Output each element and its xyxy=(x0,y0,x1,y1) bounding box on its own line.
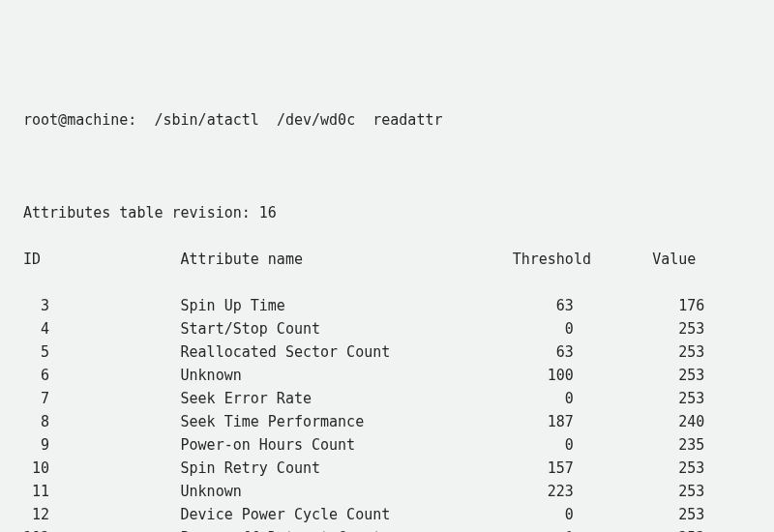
attr-id: 5 xyxy=(23,340,49,364)
table-row: 4Start/Stop Count0253 xyxy=(23,317,751,340)
header-value: Value xyxy=(652,248,696,271)
attr-value: 253 xyxy=(661,457,704,480)
shell-prompt: root@machine: xyxy=(23,111,136,129)
attr-value: 235 xyxy=(661,433,704,457)
attr-id: 10 xyxy=(23,457,49,480)
attr-name: Power-off Retract Count xyxy=(181,526,530,532)
table-row: 9Power-on Hours Count0235 xyxy=(23,433,751,457)
attr-name: Seek Time Performance xyxy=(181,410,530,433)
attr-id: 4 xyxy=(23,317,49,340)
table-row: 7Seek Error Rate0253 xyxy=(23,387,751,410)
table-row: 11Unknown223253 xyxy=(23,480,751,503)
attr-value: 253 xyxy=(661,387,704,410)
attr-name: Reallocated Sector Count xyxy=(181,340,530,364)
attr-name: Unknown xyxy=(181,480,530,503)
attr-id: 12 xyxy=(23,503,49,526)
attr-name: Spin Up Time xyxy=(181,294,530,317)
attr-id: 9 xyxy=(23,433,49,457)
header-name: Attribute name xyxy=(181,248,513,271)
blank-line xyxy=(23,155,751,178)
attribute-table: 3Spin Up Time631764Start/Stop Count02535… xyxy=(23,294,751,532)
table-row: 3Spin Up Time63176 xyxy=(23,294,751,317)
attr-threshold: 63 xyxy=(530,294,574,317)
command-line: root@machine: /sbin/atactl /dev/wd0c rea… xyxy=(23,108,751,132)
attr-threshold: 0 xyxy=(530,526,574,532)
attr-threshold: 157 xyxy=(530,457,574,480)
attr-threshold: 100 xyxy=(530,364,574,387)
attr-id: 6 xyxy=(23,364,49,387)
attr-value: 253 xyxy=(661,503,704,526)
table-header: IDAttribute nameThresholdValue xyxy=(23,248,751,271)
attr-value: 253 xyxy=(661,340,704,364)
table-row: 5Reallocated Sector Count63253 xyxy=(23,340,751,364)
table-row: 192Power-off Retract Count0253 xyxy=(23,526,751,532)
attr-id: 7 xyxy=(23,387,49,410)
attr-value: 253 xyxy=(661,480,704,503)
header-threshold: Threshold xyxy=(513,248,591,271)
table-row: 10Spin Retry Count157253 xyxy=(23,457,751,480)
attr-threshold: 0 xyxy=(530,387,574,410)
attr-id: 11 xyxy=(23,480,49,503)
device-path: /dev/wd0c xyxy=(277,111,355,129)
attr-id: 3 xyxy=(23,294,49,317)
attr-value: 240 xyxy=(661,410,704,433)
attr-name: Unknown xyxy=(181,364,530,387)
attr-threshold: 0 xyxy=(530,433,574,457)
attr-name: Start/Stop Count xyxy=(181,317,530,340)
revision-line: Attributes table revision: 16 xyxy=(23,201,751,224)
subcommand: readattr xyxy=(372,111,442,129)
attr-name: Seek Error Rate xyxy=(181,387,530,410)
attr-value: 253 xyxy=(661,364,704,387)
attr-name: Device Power Cycle Count xyxy=(181,503,530,526)
table-row: 12Device Power Cycle Count0253 xyxy=(23,503,751,526)
attr-threshold: 0 xyxy=(530,317,574,340)
attr-id: 192 xyxy=(23,526,49,532)
attr-threshold: 63 xyxy=(530,340,574,364)
header-id: ID xyxy=(23,248,49,271)
attr-name: Power-on Hours Count xyxy=(181,433,530,457)
table-row: 6Unknown100253 xyxy=(23,364,751,387)
attr-value: 176 xyxy=(661,294,704,317)
attr-threshold: 187 xyxy=(530,410,574,433)
attr-threshold: 0 xyxy=(530,503,574,526)
attr-value: 253 xyxy=(661,526,704,532)
attr-id: 8 xyxy=(23,410,49,433)
attr-name: Spin Retry Count xyxy=(181,457,530,480)
program-path: /sbin/atactl xyxy=(154,111,258,129)
table-row: 8Seek Time Performance187240 xyxy=(23,410,751,433)
attr-value: 253 xyxy=(661,317,704,340)
attr-threshold: 223 xyxy=(530,480,574,503)
